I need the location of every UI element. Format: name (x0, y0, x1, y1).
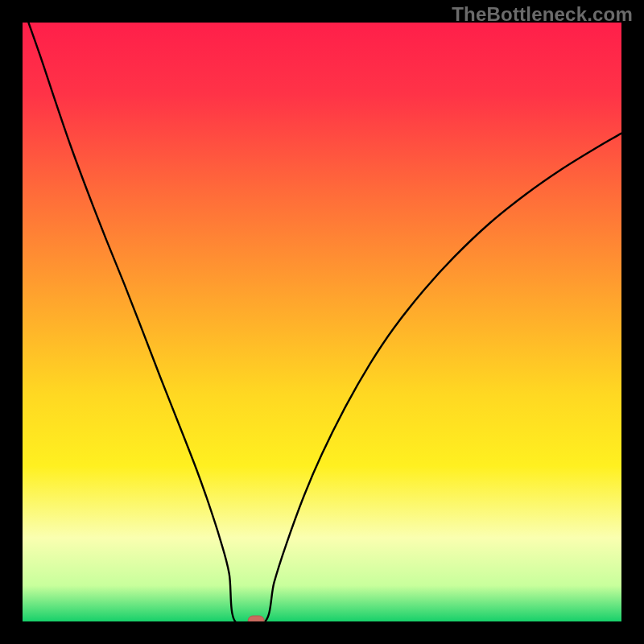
gradient-background (23, 23, 621, 621)
chart-frame: TheBottleneck.com (0, 0, 644, 644)
plot-area (23, 23, 621, 621)
bottleneck-chart (23, 23, 621, 621)
watermark-text: TheBottleneck.com (452, 3, 633, 26)
min-marker (248, 616, 264, 621)
